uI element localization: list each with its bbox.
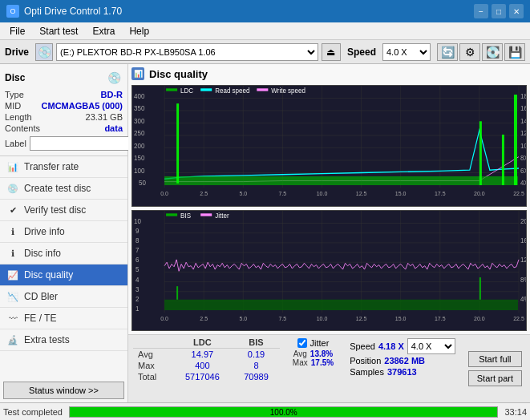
transfer-rate-icon: 📊: [6, 160, 19, 173]
svg-text:6: 6: [136, 255, 140, 263]
max-ldc: 400: [172, 360, 233, 371]
type-value: BD-R: [101, 90, 123, 99]
disc-info-label: Disc info: [24, 248, 61, 259]
menu-start-test[interactable]: Start test: [33, 24, 84, 38]
type-label: Type: [5, 90, 24, 99]
save-button[interactable]: 💾: [504, 43, 525, 61]
svg-text:5.0: 5.0: [239, 314, 247, 321]
jitter-avg-label: Avg: [293, 349, 307, 358]
svg-text:4: 4: [136, 275, 140, 283]
drive-select[interactable]: (E:) PLEXTOR BD-R PX-LB950SA 1.06: [56, 43, 318, 61]
avg-ldc: 14.97: [172, 349, 233, 361]
disc-section: Disc 💿 Type BD-R MID CMCMAGBA5 (000) Len…: [0, 64, 127, 156]
svg-text:12X: 12X: [520, 129, 526, 137]
cd-bler-label: CD Bler: [24, 291, 58, 302]
menu-bar: File Start test Extra Help: [0, 22, 530, 40]
app-icon: O: [6, 5, 19, 18]
stats-ldc-header: LDC: [172, 337, 233, 349]
sidebar-item-fe-te[interactable]: 〰 FE / TE: [0, 308, 127, 329]
svg-text:12.5: 12.5: [356, 314, 367, 321]
drive-label: Drive: [5, 46, 29, 58]
menu-help[interactable]: Help: [123, 24, 156, 38]
speed-area: Speed 4.18 X 4.0 X Position 23862 MB Sam…: [346, 337, 459, 401]
svg-text:Jitter: Jitter: [215, 211, 229, 219]
label-input[interactable]: [30, 136, 136, 151]
svg-rect-45: [164, 176, 518, 185]
svg-text:0.0: 0.0: [160, 190, 168, 197]
disc-button[interactable]: 💽: [482, 43, 503, 61]
close-button[interactable]: ✕: [509, 4, 524, 18]
svg-text:5: 5: [136, 265, 140, 273]
svg-text:16%: 16%: [520, 236, 526, 244]
fe-te-icon: 〰: [6, 312, 19, 325]
svg-text:22.5: 22.5: [513, 190, 524, 197]
lower-chart: 10 9 8 7 6 5 4 3 2 1 20% 16% 12%: [131, 210, 527, 332]
sidebar-item-disc-info[interactable]: ℹ Disc info: [0, 243, 127, 265]
stats-empty-header: [133, 337, 172, 349]
minimize-button[interactable]: −: [474, 4, 488, 18]
speed-select-stats[interactable]: 4.0 X: [407, 338, 455, 354]
svg-text:12.5: 12.5: [356, 190, 367, 197]
jitter-checkbox[interactable]: [297, 338, 307, 348]
avg-bis: 0.19: [233, 349, 280, 361]
menu-file[interactable]: File: [3, 24, 31, 38]
svg-text:15.0: 15.0: [395, 314, 407, 321]
contents-label: Contents: [5, 123, 40, 133]
jitter-max-label: Max: [293, 358, 308, 367]
drive-info-icon: ℹ: [6, 225, 19, 238]
jitter-label: Jitter: [310, 338, 330, 348]
svg-text:18X: 18X: [520, 91, 526, 99]
svg-text:12%: 12%: [520, 255, 526, 263]
svg-text:4X: 4X: [520, 179, 526, 187]
samples-label: Samples: [350, 367, 384, 377]
svg-text:10.0: 10.0: [317, 314, 328, 321]
refresh-button[interactable]: 🔄: [437, 43, 458, 61]
svg-text:350: 350: [134, 104, 145, 112]
maximize-button[interactable]: □: [492, 4, 506, 18]
sidebar-item-drive-info[interactable]: ℹ Drive info: [0, 221, 127, 243]
status-window-button[interactable]: Status window >>: [3, 382, 124, 399]
sidebar-item-transfer-rate[interactable]: 📊 Transfer rate: [0, 156, 127, 178]
svg-text:8: 8: [136, 236, 140, 244]
svg-text:2.5: 2.5: [200, 190, 208, 197]
total-bis: 70989: [233, 371, 280, 382]
start-full-button[interactable]: Start full: [468, 351, 522, 367]
speed-stat-value: 4.18 X: [378, 341, 404, 351]
svg-text:7.5: 7.5: [279, 314, 287, 321]
title-bar: O Opti Drive Control 1.70 − □ ✕: [0, 0, 530, 22]
mid-value: CMCMAGBA5 (000): [42, 101, 123, 111]
actions-area: Start full Start part: [465, 337, 525, 401]
menu-extra[interactable]: Extra: [86, 24, 121, 38]
settings-button[interactable]: ⚙: [459, 43, 480, 61]
stats-bis-header: BIS: [233, 337, 280, 349]
eject-button[interactable]: ⏏: [322, 43, 341, 61]
svg-rect-91: [164, 299, 518, 309]
sidebar-item-cd-bler[interactable]: 📉 CD Bler: [0, 286, 127, 308]
time-text: 33:14: [504, 407, 527, 417]
speed-select[interactable]: 4.0 X: [382, 43, 431, 61]
svg-text:22.5: 22.5: [513, 314, 524, 321]
start-part-button[interactable]: Start part: [468, 370, 522, 386]
progress-text: 100.0%: [70, 407, 497, 418]
svg-text:2.5: 2.5: [200, 314, 208, 321]
svg-text:7.5: 7.5: [279, 190, 287, 197]
svg-text:7: 7: [136, 245, 140, 253]
svg-text:17.5: 17.5: [435, 314, 446, 321]
svg-text:17.5: 17.5: [435, 190, 446, 197]
svg-text:5.0: 5.0: [239, 190, 247, 197]
svg-text:6X: 6X: [520, 166, 526, 174]
svg-text:1: 1: [136, 304, 140, 312]
speed-label: Speed: [347, 46, 376, 58]
sidebar-item-verify-test-disc[interactable]: ✔ Verify test disc: [0, 200, 127, 221]
drive-info-label: Drive info: [24, 226, 65, 237]
sidebar-item-extra-tests[interactable]: 🔬 Extra tests: [0, 329, 127, 351]
dq-panel: 📊 Disc quality: [128, 64, 530, 334]
mid-label: MID: [5, 101, 21, 111]
fe-te-label: FE / TE: [24, 313, 56, 324]
svg-rect-50: [166, 88, 177, 91]
sidebar-item-create-test-disc[interactable]: 💿 Create test disc: [0, 178, 127, 200]
stats-table-area: LDC BIS Avg 14.97 0.19 Max 400 8 Total: [133, 337, 280, 401]
disc-quality-label: Disc quality: [24, 269, 73, 281]
stats-bar: LDC BIS Avg 14.97 0.19 Max 400 8 Total: [128, 334, 530, 402]
sidebar-item-disc-quality[interactable]: 📈 Disc quality: [0, 265, 127, 286]
